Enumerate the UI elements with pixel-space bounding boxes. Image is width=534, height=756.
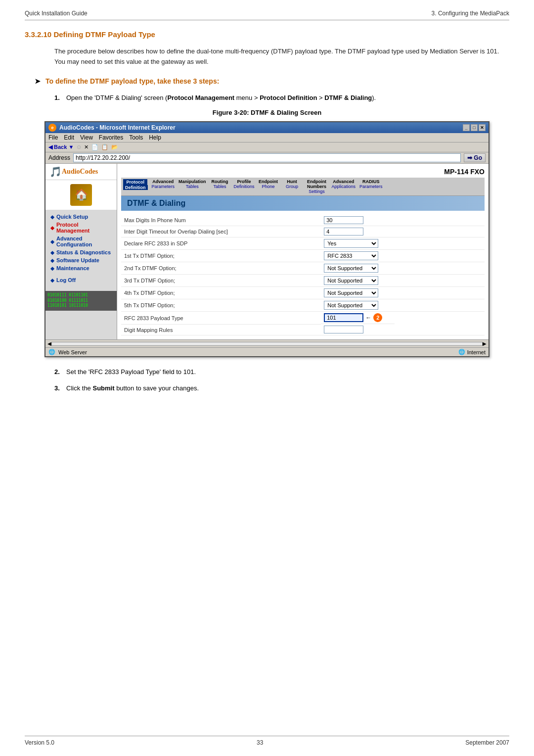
select-2nd-dtmf[interactable]: RFC 2833 Not Supported [324, 264, 378, 273]
menu-favorites[interactable]: Favorites [99, 134, 123, 141]
sidebar-item-protocol[interactable]: ◆ Protocol Management [47, 221, 115, 235]
nav-icon-2[interactable]: 📋 [101, 144, 108, 150]
arrow-icon: ◆ [50, 278, 54, 283]
sidebar-label-status: Status & Diagnostics [56, 249, 111, 255]
menu-tools[interactable]: Tools [129, 134, 143, 141]
home-icon[interactable]: 🏠 [70, 184, 92, 206]
input-rfc-payload[interactable] [324, 313, 363, 322]
go-arrow-icon: ➡ [467, 154, 472, 161]
sidebar-label-logoff: Log Off [56, 277, 76, 283]
sub-heading: ➤ To define the DTMF payload type, take … [35, 77, 509, 85]
sidebar-item-advanced[interactable]: ◆ Advanced Configuration [47, 235, 115, 248]
form-value-4th-dtmf: RFC 2833 Not Supported [321, 287, 485, 299]
select-3rd-dtmf[interactable]: RFC 2833 Not Supported [324, 276, 378, 285]
nav-icon-3[interactable]: 📂 [111, 144, 118, 150]
select-declare-rfc[interactable]: Yes No [324, 239, 378, 248]
nav-tab-profile-top: Profile [237, 179, 251, 184]
nav-icon-1[interactable]: 📄 [91, 144, 98, 150]
nav-tab-profile[interactable]: Profile Definitions [234, 179, 255, 189]
browser-titlebar: e AudioCodes - Microsoft Internet Explor… [45, 122, 489, 133]
go-button[interactable]: ➡ Go [464, 153, 486, 162]
nav-tab-advanced-bottom: Parameters [152, 184, 175, 189]
browser-window: e AudioCodes - Microsoft Internet Explor… [44, 121, 490, 357]
nav-tab-endpoint-phone[interactable]: Endpoint Phone [259, 179, 278, 189]
close-button[interactable]: ✕ [479, 124, 486, 131]
internet-icon: 🌐 [458, 349, 465, 355]
form-row-2nd-dtmf: 2nd Tx DTMF Option; RFC 2833 Not Support… [121, 262, 485, 275]
nav-tab-hunt[interactable]: Hunt Group [282, 179, 302, 189]
form-value-digit-mapping [321, 324, 485, 335]
nav-tab-numbers-settings[interactable]: Endpoint Numbers Settings [306, 179, 328, 194]
form-label-3rd-dtmf: 3rd Tx DTMF Option; [121, 275, 321, 287]
sidebar-label-quicksetup: Quick Setup [56, 214, 88, 220]
stop-button[interactable]: ✕ [84, 144, 89, 150]
nav-tab-advanced-params[interactable]: Advanced Parameters [152, 179, 175, 189]
form-row-5th-dtmf: 5th Tx DTMF Option; RFC 2833 Not Support… [121, 299, 485, 312]
header-left: Quick Installation Guide [25, 10, 88, 17]
select-4th-dtmf[interactable]: RFC 2833 Not Supported [324, 288, 378, 297]
form-row-declare-rfc: Declare RFC 2833 in SDP Yes No [121, 237, 485, 250]
form-value-3rd-dtmf: RFC 2833 Not Supported [321, 275, 485, 287]
nav-tab-ep-settings-top: Endpoint [307, 179, 326, 184]
address-label: Address [48, 154, 70, 161]
browser-content: 🎵 AudioCodes 🏠 ◆ Quick Setup ◆ Protoc [45, 164, 489, 339]
menu-file[interactable]: File [48, 134, 58, 141]
nav-tab-ep-settings-top2: Numbers [307, 184, 326, 189]
nav-tab-profile-bottom: Definitions [234, 184, 255, 189]
nav-tab-routing[interactable]: Routing Tables [210, 179, 230, 189]
page-container: Quick Installation Guide 3. Configuring … [0, 0, 534, 756]
nav-tab-manip-top: Manipulation [178, 179, 206, 184]
browser-toolbar: ◀ Back ▼ ⊙ ✕ 📄 📋 📂 [45, 142, 489, 152]
arrow-icon: ◆ [50, 266, 54, 271]
form-value-5th-dtmf: RFC 2833 Not Supported [321, 299, 485, 312]
bottom-scrollbar: ◀ ▶ [45, 339, 489, 347]
form-table: Max Digits In Phone Num Inter Digit Time… [121, 215, 485, 335]
step-3-number: 3. [54, 383, 66, 394]
status-icon: 🌐 [48, 349, 55, 355]
select-5th-dtmf[interactable]: RFC 2833 Not Supported [324, 301, 378, 310]
input-interdigit[interactable] [324, 228, 363, 236]
sidebar-item-quicksetup[interactable]: ◆ Quick Setup [47, 213, 115, 221]
nav-tab-radius-bottom: Parameters [359, 184, 383, 189]
minimize-button[interactable]: _ [463, 124, 470, 131]
form-row-interdigit: Inter Digit Timeout for Overlap Dialing … [121, 226, 485, 237]
select-1st-dtmf[interactable]: RFC 2833 Not Supported [324, 251, 378, 260]
section-number: 3.3.2.10 [25, 30, 51, 39]
back-button[interactable]: ◀ Back ▼ [48, 144, 74, 150]
annotation-circle-2: 2 [373, 313, 382, 322]
nav-tab-adv-apps-bottom: Applications [332, 184, 356, 189]
sidebar-item-logoff[interactable]: ◆ Log Off [47, 276, 115, 284]
form-row-1st-dtmf: 1st Tx DTMF Option; RFC 2833 Not Support… [121, 250, 485, 262]
input-maxdigits[interactable] [324, 216, 363, 224]
step-1: 1. Open the 'DTMF & Dialing' screen (Pro… [54, 93, 509, 103]
form-value-interdigit [321, 226, 485, 237]
forward-button[interactable]: ⊙ [77, 144, 81, 150]
status-right: 🌐 Internet [458, 349, 486, 355]
sidebar-item-software[interactable]: ◆ Software Update [47, 256, 115, 264]
address-input[interactable] [73, 153, 461, 162]
nav-tab-protocol-def[interactable]: Protocol Definition [123, 179, 148, 190]
scroll-left-btn[interactable]: ◀ [47, 341, 51, 346]
nav-tab-manip-bottom: Tables [186, 184, 199, 189]
form-label-1st-dtmf: 1st Tx DTMF Option; [121, 250, 321, 262]
menu-help[interactable]: Help [149, 134, 161, 141]
scroll-track[interactable] [51, 342, 483, 346]
audiocodes-logo: 🎵 AudioCodes [49, 166, 98, 178]
nav-tab-ep-settings-bottom: Settings [309, 189, 325, 194]
input-digit-mapping[interactable] [324, 326, 363, 333]
menu-edit[interactable]: Edit [64, 134, 74, 141]
restore-button[interactable]: □ [471, 124, 478, 131]
nav-tab-adv-apps[interactable]: Advanced Applications [332, 179, 356, 189]
browser-title-left: e AudioCodes - Microsoft Internet Explor… [48, 124, 176, 132]
menu-view[interactable]: View [80, 134, 93, 141]
nav-tab-ep-bottom: Phone [262, 184, 275, 189]
nav-tab-manip[interactable]: Manipulation Tables [178, 179, 206, 189]
browser-controls[interactable]: _ □ ✕ [463, 124, 486, 131]
body-text-content: The procedure below describes how to def… [54, 47, 499, 65]
nav-tab-routing-top: Routing [212, 179, 228, 184]
scroll-right-btn[interactable]: ▶ [483, 341, 487, 346]
page-header: Quick Installation Guide 3. Configuring … [25, 10, 509, 20]
sidebar-item-status[interactable]: ◆ Status & Diagnostics [47, 248, 115, 256]
nav-tab-radius[interactable]: RADIUS Parameters [359, 179, 383, 189]
sidebar-item-maintenance[interactable]: ◆ Maintenance [47, 264, 115, 272]
